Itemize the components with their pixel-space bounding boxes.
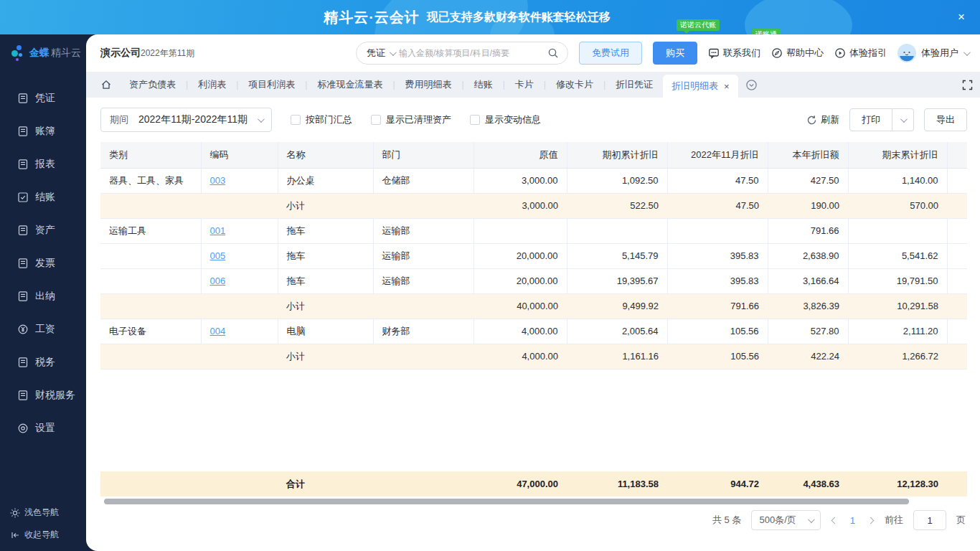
table-empty-area <box>100 369 967 472</box>
filter-checkboxes: 按部门汇总显示已清理资产显示变动信息 <box>291 113 541 126</box>
sidebar-item-report[interactable]: 报表 <box>0 148 86 181</box>
sidebar-item-closing[interactable]: 结账 <box>0 181 86 214</box>
checkbox-show-changes-box[interactable] <box>470 115 480 125</box>
total-cell: 11,183.58 <box>567 471 667 496</box>
sidebar-item-payroll[interactable]: 工资 <box>0 313 86 346</box>
table-cell <box>947 193 967 218</box>
contact-us-link[interactable]: 联系我们 <box>708 47 760 60</box>
search-icon[interactable] <box>547 47 559 59</box>
table-cell: 3,000.00 <box>473 193 567 218</box>
sidebar-item-ledger[interactable]: 账簿 <box>0 115 86 148</box>
table-cell: 电子设备 <box>100 319 201 344</box>
table-cell <box>473 218 567 243</box>
help-center-label: 帮助中心 <box>786 47 824 60</box>
asset-code-link[interactable]: 003 <box>210 175 226 186</box>
checkbox-dept-summary[interactable]: 按部门汇总 <box>291 113 352 126</box>
export-button[interactable]: 导出 <box>924 108 967 131</box>
period-select[interactable]: 期间 2022年11期-2022年11期 <box>100 108 272 132</box>
buy-button[interactable]: 购买 <box>653 42 697 65</box>
table-cell: 422.24 <box>768 344 848 369</box>
tab-balance-sheet[interactable]: 资产负债表 <box>119 78 186 91</box>
light-nav-toggle[interactable]: 浅色导航 <box>10 507 86 519</box>
checkbox-show-changes[interactable]: 显示变动信息 <box>470 113 541 126</box>
goto-page-input[interactable] <box>913 510 946 530</box>
next-page-icon[interactable] <box>867 518 875 523</box>
close-tab-icon[interactable]: × <box>724 82 730 91</box>
sidebar-item-asset[interactable]: 资产 <box>0 214 86 247</box>
collapse-nav-toggle[interactable]: 收起导航 <box>10 529 86 541</box>
settings-icon <box>17 423 29 434</box>
prev-page-icon[interactable] <box>831 518 839 523</box>
sidebar-item-voucher[interactable]: 凭证 <box>0 82 86 115</box>
table-cell <box>947 293 967 319</box>
tab-depr-detail[interactable]: 折旧明细表 × <box>663 75 738 98</box>
scrollbar-thumb[interactable] <box>104 499 909 504</box>
home-tab-icon[interactable] <box>100 79 112 90</box>
subtotal-row: 小计40,000.009,499.92791.663,826.3910,291.… <box>100 293 967 319</box>
tab-history-icon[interactable] <box>745 79 758 91</box>
asset-code-link[interactable]: 001 <box>210 225 226 236</box>
search-input[interactable] <box>399 48 543 58</box>
table-cell <box>567 218 667 243</box>
pagination: 共 5 条 500条/页 1 前往 页 <box>100 504 967 536</box>
table-cell: 运输部 <box>373 218 473 243</box>
table-cell: 2,111.20 <box>848 319 947 344</box>
sidebar-item-settings[interactable]: 设置 <box>0 412 86 445</box>
total-cell <box>100 471 201 496</box>
help-center-link[interactable]: 帮助中心 <box>771 47 824 60</box>
asset-icon <box>17 225 29 236</box>
fiscal-service-icon <box>17 390 29 401</box>
checkbox-show-cleared[interactable]: 显示已清理资产 <box>371 113 451 126</box>
refresh-button[interactable]: 刷新 <box>806 113 839 126</box>
tab-cash-flow[interactable]: 标准现金流量表 <box>307 78 392 91</box>
sidebar-item-tax[interactable]: 税务 <box>0 346 86 379</box>
asset-code-link[interactable]: 005 <box>210 250 226 261</box>
app-logo: 金蝶 精斗云 <box>0 34 86 72</box>
table-row: 005拖车运输部20,000.005,145.79395.832,638.905… <box>100 243 967 268</box>
fullscreen-icon[interactable] <box>962 80 973 90</box>
tab-edit-card[interactable]: 修改卡片 <box>546 78 603 91</box>
tab-card[interactable]: 卡片 <box>505 78 544 91</box>
tab-project-income[interactable]: 项目利润表 <box>238 78 305 91</box>
column-header: 本年折旧额 <box>768 142 848 168</box>
contact-us-label: 联系我们 <box>723 47 760 60</box>
table-cell: 小计 <box>278 344 373 369</box>
column-header-filler <box>947 142 967 168</box>
user-name: 体验用户 <box>921 47 958 60</box>
tab-income-statement[interactable]: 利润表 <box>188 78 236 91</box>
total-cell: 4,438.63 <box>768 471 848 496</box>
table-header-row: 类别编码名称部门原值期初累计折旧2022年11月折旧本年折旧额期末累计折旧 <box>100 142 967 168</box>
topbar: 演示公司2022年第11期 凭证 免费试用 购买 联系我们 帮助中心 体验指引 <box>86 34 980 72</box>
banner-close-icon[interactable]: × <box>953 9 970 26</box>
asset-code-link[interactable]: 004 <box>210 326 226 336</box>
tab-expense-detail[interactable]: 费用明细表 <box>395 78 462 91</box>
search-category-select[interactable]: 凭证 <box>367 47 385 60</box>
page-size-select[interactable]: 500条/页 <box>751 510 820 530</box>
sidebar-item-invoice[interactable]: 发票 <box>0 247 86 280</box>
sidebar-footer: 浅色导航收起导航 <box>0 507 86 551</box>
print-button[interactable]: 打印 <box>849 108 892 131</box>
user-menu[interactable]: 体验用户 <box>897 44 969 62</box>
tax-icon <box>17 357 29 368</box>
free-trial-button[interactable]: 免费试用 <box>579 42 642 65</box>
sidebar-item-settings-label: 设置 <box>35 422 55 435</box>
table-cell: 5,145.79 <box>567 243 667 268</box>
table-total: 合计47,000.0011,183.58944.724,438.6312,128… <box>100 471 967 496</box>
tab-closing[interactable]: 结账 <box>464 78 503 91</box>
current-page[interactable]: 1 <box>849 515 857 526</box>
sidebar: 金蝶 精斗云 凭证账簿报表结账资产发票出纳工资税务财税服务设置 浅色导航收起导航 <box>0 34 86 551</box>
column-header: 期初累计折旧 <box>567 142 667 168</box>
print-dropdown-button[interactable] <box>892 108 914 131</box>
table-cell: 105.56 <box>667 344 768 369</box>
asset-code-link[interactable]: 006 <box>210 276 226 286</box>
guide-link[interactable]: 体验指引 <box>834 47 887 60</box>
checkbox-dept-summary-box[interactable] <box>291 115 301 125</box>
table-row: 电子设备004电脑财务部4,000.002,005.64105.56527.80… <box>100 319 967 344</box>
sidebar-item-fiscal-service[interactable]: 财税服务 <box>0 379 86 412</box>
tab-depr-voucher[interactable]: 折旧凭证 <box>606 78 663 91</box>
sidebar-item-cashier[interactable]: 出纳 <box>0 280 86 313</box>
checkbox-show-cleared-label: 显示已清理资产 <box>386 113 451 126</box>
table-cell: 005 <box>201 243 278 268</box>
checkbox-show-cleared-box[interactable] <box>371 115 381 125</box>
light-nav-toggle-label: 浅色导航 <box>24 507 59 519</box>
